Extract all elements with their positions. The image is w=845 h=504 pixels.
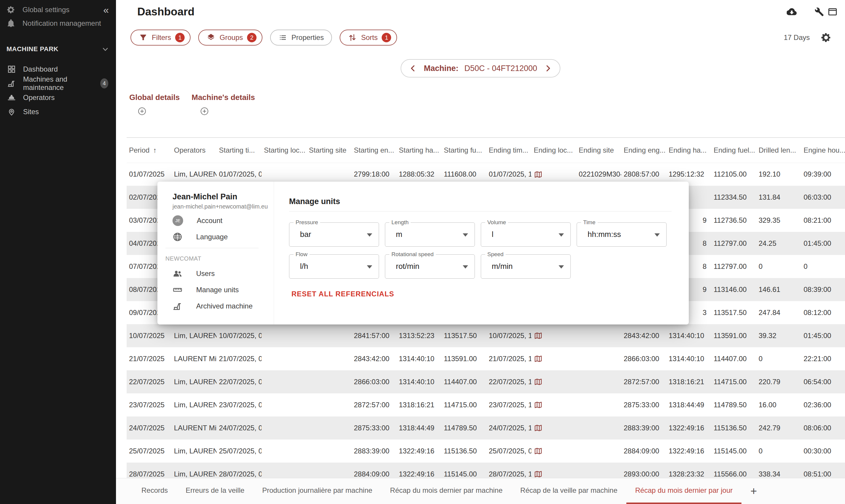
table-row[interactable]: 28/07/2025Lim, LAURENT28/07/2025, 02884:… <box>127 463 845 478</box>
tools-icon[interactable] <box>814 7 824 17</box>
unit-field-pressure[interactable]: Pressurebar <box>289 222 379 247</box>
sidebar-item-notification-management[interactable]: Notification management <box>0 17 116 30</box>
table-cell: LAURENT Mic <box>172 347 217 370</box>
add-global-detail-icon[interactable] <box>138 107 146 116</box>
groups-button[interactable]: Groups2 <box>198 30 263 46</box>
table-cell: 1314:40:10 <box>396 347 442 370</box>
table-cell <box>576 324 621 347</box>
cloud-download-icon[interactable] <box>787 7 797 17</box>
column-header-drilled-len[interactable]: Drilled len... <box>756 138 801 163</box>
unit-field-speed[interactable]: Speedm/min <box>481 254 571 278</box>
table-cell <box>307 416 352 439</box>
column-header-starting-en[interactable]: Starting en... <box>352 138 396 163</box>
filters-button[interactable]: Filters1 <box>130 30 191 46</box>
map-icon[interactable] <box>534 400 543 409</box>
sidebar-top: Global settings « Notification managemen… <box>0 0 116 30</box>
table-row[interactable]: 24/07/2025LAURENT Mic24/07/2025, 02875:3… <box>127 416 845 439</box>
menu-item-language[interactable]: Language <box>173 229 274 245</box>
table-cell: 08:39:00 <box>801 278 845 301</box>
count-badge: 2 <box>247 33 256 42</box>
table-cell: 1314:40:10 <box>666 347 711 370</box>
bottom-tab-r-cap-du-mois-dernier-par-jour[interactable]: Récap du mois dernier par jour <box>626 478 742 504</box>
bottom-tab-production-journali-re-par-machine[interactable]: Production journalière par machine <box>253 478 381 504</box>
column-header-period[interactable]: Period↑ <box>127 138 172 163</box>
table-cell <box>576 416 621 439</box>
column-header-ending-tim[interactable]: Ending tim... <box>486 138 532 163</box>
tab-global-details[interactable]: Global details <box>129 93 185 102</box>
unit-field-volume[interactable]: Volumel <box>481 222 571 247</box>
table-row[interactable]: 10/07/2025Lim, LAURENT10/07/2025, 02841:… <box>127 324 845 347</box>
table-cell: 28/07/2025, 1 <box>486 463 532 478</box>
unit-field-flow[interactable]: Flowl/h <box>289 254 379 278</box>
bottom-tab-r-cap-du-mois-dernier-par-machine[interactable]: Récap du mois dernier par machine <box>381 478 511 504</box>
sidebar-item-label: Machines and maintenance <box>23 75 93 92</box>
sidebar-item-global-settings[interactable]: Global settings « <box>0 3 116 17</box>
table-cell: 16.00 <box>756 393 801 416</box>
table-cell <box>307 370 352 393</box>
bottom-tab-r-cap-de-la-veille-par-machine[interactable]: Récap de la veille par machine <box>511 478 626 504</box>
unit-field-time[interactable]: Timehh:mm:ss <box>577 222 667 247</box>
list-icon <box>278 33 287 42</box>
previous-machine-icon[interactable] <box>408 64 418 73</box>
unit-field-length[interactable]: Lengthm <box>385 222 475 247</box>
bottom-tab-erreurs-de-la-veille[interactable]: Erreurs de la veille <box>177 478 253 504</box>
table-row[interactable]: 22/07/2025Lim, LAURENT22/07/2025, 02866:… <box>127 370 845 393</box>
column-header-ending-eng[interactable]: Ending eng... <box>621 138 666 163</box>
machine-selector-row: Machine: D50C - 04FT212000 <box>116 59 845 77</box>
window-icon[interactable] <box>828 7 838 17</box>
table-cell: 146.61 <box>756 278 801 301</box>
unit-field-rotational-speed[interactable]: Rotational speedrot/min <box>385 254 475 278</box>
map-icon[interactable] <box>534 377 543 386</box>
field-value: l <box>492 223 493 246</box>
next-machine-icon[interactable] <box>543 64 553 73</box>
menu-item-manage-units[interactable]: Manage units <box>173 282 274 298</box>
bottom-tab-records[interactable]: Records <box>132 478 177 504</box>
machine-icon <box>7 79 16 88</box>
page-title: Dashboard <box>137 0 194 24</box>
column-header-starting-loc[interactable]: Starting loc... <box>262 138 307 163</box>
sorts-button[interactable]: Sorts1 <box>340 30 397 46</box>
column-header-starting-fu[interactable]: Starting fu... <box>442 138 486 163</box>
tab-global-details-block: Global details <box>129 89 185 117</box>
collapse-sidebar-icon[interactable]: « <box>103 5 109 15</box>
table-row[interactable]: 25/07/2025Lim, LAURENT25/07/2025, 02883:… <box>127 439 845 463</box>
sidebar-section-machine-park[interactable]: MACHINE PARK <box>0 42 116 56</box>
map-icon[interactable] <box>534 170 543 179</box>
column-header-starting-ti[interactable]: Starting ti... <box>217 138 262 163</box>
table-cell: 113591.00 <box>442 347 486 370</box>
column-header-ending-fuel[interactable]: Ending fuel... <box>711 138 756 163</box>
map-icon[interactable] <box>534 331 543 340</box>
menu-item-archived-machine[interactable]: Archived machine <box>173 298 274 314</box>
add-machine-detail-icon[interactable] <box>200 107 209 116</box>
tab-machine-details[interactable]: Machine's details <box>192 93 260 102</box>
button-label: Filters <box>152 33 171 42</box>
column-header-starting-ha[interactable]: Starting ha... <box>396 138 442 163</box>
column-header-engine-hou[interactable]: Engine hou... <box>801 138 845 163</box>
sidebar-item-sites[interactable]: Sites <box>0 105 116 119</box>
map-icon[interactable] <box>534 354 543 363</box>
column-header-operators[interactable]: Operators <box>172 138 217 163</box>
map-icon[interactable] <box>534 447 543 455</box>
menu-item-users[interactable]: Users <box>173 265 274 282</box>
table-cell: 2893:00:00 <box>621 463 666 478</box>
table-cell: Lim, LAURENT <box>172 370 217 393</box>
add-tab-button[interactable]: + <box>741 478 766 504</box>
table-row[interactable]: 23/07/2025Lim, LAURENT23/07/2025, 02872:… <box>127 393 845 416</box>
reset-referencials-button[interactable]: RESET ALL REFERENCIALS <box>291 290 394 298</box>
table-settings-gear-icon[interactable] <box>821 32 832 43</box>
column-header-ending-ha[interactable]: Ending ha... <box>666 138 711 163</box>
table-cell: 114715.00 <box>442 393 486 416</box>
column-header-starting-site[interactable]: Starting site <box>307 138 352 163</box>
column-header-ending-site[interactable]: Ending site <box>576 138 621 163</box>
sidebar-item-dashboard[interactable]: Dashboard <box>0 62 116 76</box>
notifications-icon[interactable] <box>800 7 810 17</box>
map-icon[interactable] <box>534 424 543 432</box>
map-icon[interactable] <box>534 470 543 478</box>
avatar: JE <box>173 215 183 226</box>
table-row[interactable]: 21/07/2025LAURENT Mic21/07/2025, 02843:4… <box>127 347 845 370</box>
menu-item-account[interactable]: JE Account <box>173 212 274 229</box>
properties-button[interactable]: Properties <box>270 30 332 46</box>
column-header-ending-loc[interactable]: Ending loc... <box>532 138 576 163</box>
sidebar-item-machines-and-maintenance[interactable]: Machines and maintenance4 <box>0 76 116 90</box>
sidebar-item-operators[interactable]: Operators <box>0 90 116 105</box>
